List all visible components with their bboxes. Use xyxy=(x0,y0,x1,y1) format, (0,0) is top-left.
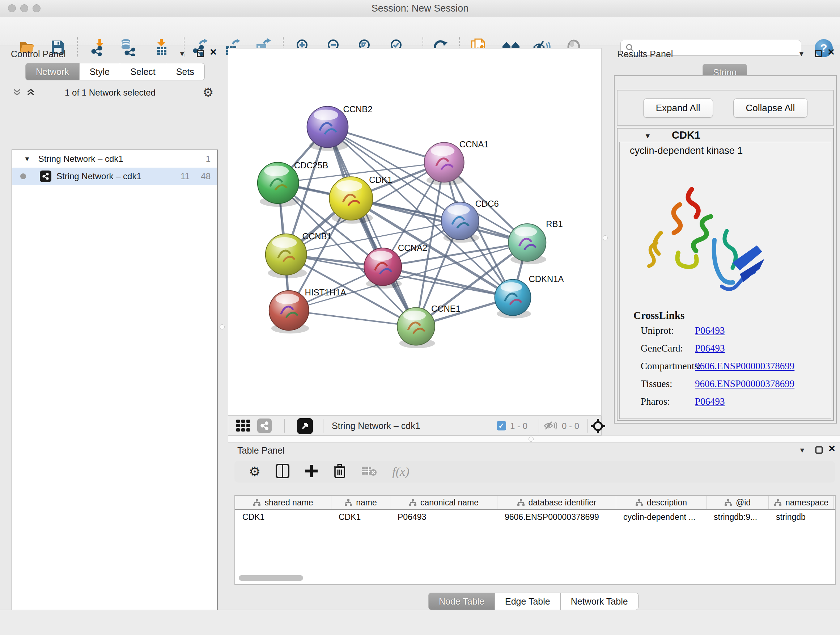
expand-all-button[interactable]: Expand All xyxy=(643,98,713,118)
control-panel: Control Panel ▼ × NetworkStyleSelectSets… xyxy=(4,47,216,601)
tab-network[interactable]: Network xyxy=(25,63,80,80)
crosslink-row: Uniprot:P06493 xyxy=(641,325,825,336)
crosslink-row: Pharos:P06493 xyxy=(641,396,825,407)
network-selection-status: 1 of 1 Network selected xyxy=(4,88,216,98)
node-HIST1H1A[interactable]: HIST1H1A xyxy=(269,287,346,334)
entry-disclosure-icon[interactable]: ▼ xyxy=(644,132,651,140)
crosslink-label: Pharos: xyxy=(641,396,695,407)
network-share-view-icon[interactable] xyxy=(257,418,272,433)
collection-disclosure-icon[interactable]: ▼ xyxy=(24,155,30,163)
horizontal-splitter[interactable] xyxy=(228,435,840,443)
node-label-CCNB1: CCNB1 xyxy=(302,231,332,241)
node-label-HIST1H1A: HIST1H1A xyxy=(305,287,346,297)
crosslink-compartments-[interactable]: 9606.ENSP00000378699 xyxy=(695,361,794,372)
tab-network-table[interactable]: Network Table xyxy=(561,593,638,610)
footer-separator xyxy=(284,419,285,432)
column-label: description xyxy=(647,498,687,508)
tab-style[interactable]: Style xyxy=(80,63,120,80)
delete-column-trash-icon[interactable] xyxy=(333,464,346,480)
function-builder-icon[interactable]: f(x) xyxy=(392,465,409,478)
window-title: Session: New Session xyxy=(0,3,840,14)
selected-node-edge-count: 1 - 0 xyxy=(510,421,527,431)
crosslink-row: Compartments:9606.ENSP00000378699 xyxy=(641,361,825,372)
close-panel-icon[interactable]: × xyxy=(210,48,217,56)
column-header--id[interactable]: @id xyxy=(706,496,769,509)
footer-separator xyxy=(587,419,587,432)
column-header-description[interactable]: description xyxy=(616,496,706,509)
crosslink-tissues-[interactable]: 9606.ENSP00000378699 xyxy=(695,378,794,390)
edge-CDK1-RB1[interactable] xyxy=(351,198,527,242)
column-header-canonical-name[interactable]: canonical name xyxy=(390,496,497,509)
panel-menu-icon[interactable]: ▼ xyxy=(799,447,806,454)
grid-view-icon[interactable] xyxy=(236,420,251,433)
tab-node-table[interactable]: Node Table xyxy=(428,593,495,610)
node-label-RB1: RB1 xyxy=(546,219,563,229)
node-table: shared namenamecanonical namedatabase id… xyxy=(234,495,836,585)
node-label-CDC25B: CDC25B xyxy=(294,160,328,170)
node-label-CCNB2: CCNB2 xyxy=(343,104,372,114)
edge-CCNA2-CDKN1A[interactable] xyxy=(383,267,513,298)
node-CDK1[interactable]: CDK1 xyxy=(329,175,392,223)
cell-shared-name: CDK1 xyxy=(235,510,332,524)
column-header-shared-name[interactable]: shared name xyxy=(235,496,332,509)
table-settings-gear-icon[interactable]: ⚙ xyxy=(249,464,261,479)
fit-content-crosshair-icon[interactable] xyxy=(591,419,605,435)
right-splitter-handle[interactable] xyxy=(603,235,608,241)
crosslink-label: Compartments: xyxy=(641,361,695,372)
node-label-CCNA2: CCNA2 xyxy=(398,243,427,253)
left-splitter-handle[interactable] xyxy=(219,325,225,329)
string-network-graph[interactable]: CCNB2CCNA1CDC25BCDK1CDC6RB1CCNB1CCNA2CDK… xyxy=(228,49,601,415)
collection-count: 1 xyxy=(206,154,210,164)
close-panel-icon[interactable]: × xyxy=(829,444,835,452)
selected-checkbox-icon[interactable]: ✓ xyxy=(497,421,506,431)
column-header-database-identifier[interactable]: database identifier xyxy=(497,496,616,509)
table-toolbar: ⚙ f(x) xyxy=(234,461,835,483)
network-collection-row[interactable]: ▼ String Network – cdk1 1 xyxy=(12,150,217,168)
column-label: database identifier xyxy=(529,498,597,508)
column-header-namespace[interactable]: namespace xyxy=(769,496,834,509)
close-panel-icon[interactable]: × xyxy=(828,48,835,56)
crosslink-genecard-[interactable]: P06493 xyxy=(695,343,725,354)
add-column-icon[interactable] xyxy=(305,464,318,479)
delete-table-icon[interactable] xyxy=(361,465,377,478)
tab-select[interactable]: Select xyxy=(120,63,166,80)
network-edge-count: 48 xyxy=(201,171,210,181)
protein-structure-image xyxy=(636,179,777,298)
birds-eye-view-icon[interactable] xyxy=(297,418,313,434)
node-CCNE1[interactable]: CCNE1 xyxy=(397,304,461,348)
footer-separator xyxy=(323,419,324,432)
float-panel-icon[interactable] xyxy=(815,447,823,454)
column-label: @id xyxy=(736,498,751,508)
protein-description: cyclin-dependent kinase 1 xyxy=(630,145,743,157)
node-CCNB2[interactable]: CCNB2 xyxy=(307,104,373,151)
collapse-all-button[interactable]: Collapse All xyxy=(733,98,808,118)
hidden-eye-slash-icon[interactable] xyxy=(544,420,558,432)
panel-menu-icon[interactable]: ▼ xyxy=(798,50,805,58)
network-view-canvas[interactable]: CCNB2CCNA1CDC25BCDK1CDC6RB1CCNB1CCNA2CDK… xyxy=(228,48,602,416)
network-options-gear-icon[interactable]: ⚙ xyxy=(202,85,213,100)
table-horizontal-scrollbar[interactable] xyxy=(239,575,303,581)
horizontal-splitter-handle[interactable] xyxy=(529,437,534,442)
column-header-name[interactable]: name xyxy=(332,496,390,509)
column-label: canonical name xyxy=(420,498,478,508)
network-row-selected[interactable]: String Network – cdk1 11 48 xyxy=(12,168,217,185)
crosslink-uniprot-[interactable]: P06493 xyxy=(695,325,725,336)
table-header-row: shared namenamecanonical namedatabase id… xyxy=(235,496,835,510)
node-CCNB1[interactable]: CCNB1 xyxy=(265,231,332,279)
application-window: Session: New Session xyxy=(0,0,840,635)
column-label: shared name xyxy=(264,498,313,508)
crosslinks-heading: CrossLinks xyxy=(633,310,684,321)
float-panel-icon[interactable] xyxy=(815,50,822,57)
tab-sets[interactable]: Sets xyxy=(166,63,205,80)
show-columns-icon[interactable] xyxy=(276,464,289,480)
crosslink-pharos-[interactable]: P06493 xyxy=(695,396,725,407)
tab-edge-table[interactable]: Edge Table xyxy=(495,593,561,610)
panel-menu-icon[interactable]: ▼ xyxy=(179,50,186,58)
table-row[interactable]: CDK1CDK1P064939606.ENSP00000378699cyclin… xyxy=(235,510,835,524)
footer-separator xyxy=(538,419,539,432)
node-CCNA1[interactable]: CCNA1 xyxy=(424,139,489,185)
node-RB1[interactable]: RB1 xyxy=(508,219,562,264)
results-panel-title: Results Panel xyxy=(617,49,673,59)
float-panel-icon[interactable] xyxy=(197,50,204,57)
title-bar: Session: New Session xyxy=(0,0,840,17)
